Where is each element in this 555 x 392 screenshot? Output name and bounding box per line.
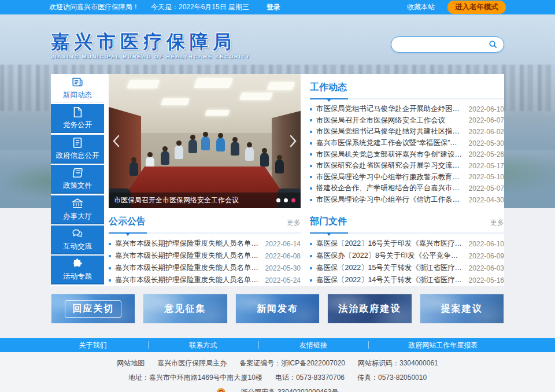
icp-number: 备案证编号：浙ICP备2022007020 <box>239 359 345 367</box>
list-item: 嘉医保〔2022〕16号关于印发《嘉兴市医疗保...2022-06-10 <box>310 238 504 250</box>
department-files-more-link[interactable]: 更多 <box>490 218 504 228</box>
work-news-title: 工作动态 <box>310 82 347 94</box>
file-icon <box>71 106 84 119</box>
search-box[interactable] <box>391 36 504 53</box>
favorite-site-link[interactable]: 收藏本站 <box>407 2 435 12</box>
notices-title: 公示公告 <box>109 216 146 228</box>
list-item: 市医保局机关党总支部获评嘉兴市争创“建设清廉机...2022-05-26 <box>310 149 504 160</box>
section-department-files: 部门文件 更多 嘉医保〔2022〕16号关于印发《嘉兴市医疗保...2022-0… <box>310 208 504 286</box>
section-work-news: 工作动态 市医保局党组书记马俊华赴企开展助企纾困活动2022-06-10 市医保… <box>310 74 504 208</box>
carousel-caption[interactable]: 市医保局召开全市医保网络安全工作会议 <box>114 195 272 205</box>
search-input[interactable] <box>397 40 487 49</box>
phone-text: 电话：0573-83370706 <box>275 373 345 382</box>
footer-info: 网站地图嘉兴市医疗保障局主办备案证编号：浙ICP备2022007020网站标识码… <box>0 352 555 392</box>
sidebar-item-label: 党务公开 <box>63 120 92 130</box>
search-icon[interactable] <box>487 39 498 50</box>
banner-rule-of-law-gov[interactable]: 法治政府建设 <box>327 294 412 324</box>
list-item: 搭建校企合作、产学研相结合的平台嘉兴市长期护理...2022-05-07 <box>310 183 504 194</box>
list-item: 市医保研究会赴省医保研究会开展学习交流活动2022-05-17 <box>310 160 504 172</box>
list-item: 市医保局党组书记马俊华赴结对共建社区指导全国文...2022-06-02 <box>310 126 504 138</box>
sidebar-item-label: 新闻动态 <box>63 90 92 100</box>
footer-nav-annual-report[interactable]: 政府网站工作年度报表 <box>368 341 517 350</box>
today-date: 今天是：2022年6月15日 星期三 <box>151 2 249 12</box>
sidebar-item-special-topics[interactable]: 活动专题 <box>51 256 104 284</box>
footer-nav: 关于我们 联系方式 友情链接 政府网站工作年度报表 <box>0 338 555 352</box>
sidebar-item-interaction[interactable]: 互动交流 <box>51 225 104 254</box>
footer-nav-contact[interactable]: 联系方式 <box>148 341 258 350</box>
topbar: 欢迎访问嘉兴市医疗保障局！ 今天是：2022年6月15日 星期三 登录 收藏本站… <box>0 0 555 14</box>
list-item: 嘉医保〔2022〕15号关于转发《浙江省医疗保...2022-06-03 <box>310 262 504 274</box>
carousel-prev-icon[interactable] <box>112 133 121 149</box>
footer-nav-about[interactable]: 关于我们 <box>38 341 148 350</box>
site-id-number: 网站标识码：3304000061 <box>358 359 438 367</box>
book-icon <box>71 167 84 179</box>
main-content: 新闻动态 党务公开 政府信息公开 政策文件 办事大厅 <box>51 74 504 286</box>
site-header: 嘉兴市医疗保障局 JIAXING MUNICIPAL BUREAU OF HEA… <box>51 14 504 74</box>
bank-icon <box>71 197 84 210</box>
notices-more-link[interactable]: 更多 <box>287 218 301 228</box>
sidebar-item-service-hall[interactable]: 办事大厅 <box>51 195 104 224</box>
sidebar-item-news[interactable]: 新闻动态 <box>51 74 104 103</box>
sidebar-item-label: 互动交流 <box>63 242 92 252</box>
carousel-next-icon[interactable] <box>288 133 298 149</box>
carousel-dot[interactable] <box>276 198 280 202</box>
list-item: 嘉兴市医保系统党建工作会议暨“幸福医保”党建联...2022-05-30 <box>310 138 504 149</box>
site-subtitle: JIAXING MUNICIPAL BUREAU OF HEALTHCARE S… <box>51 53 250 60</box>
quick-link-banners: 回应关切 意见征集 新闻发布 法治政府建设 提案建议 <box>51 294 504 324</box>
host-text: 嘉兴市医疗保障局主办 <box>157 359 227 367</box>
puzzle-icon <box>71 257 84 270</box>
footer-line-2: 地址：嘉兴市中环南路1469号中南大厦10楼电话：0573-83370706传真… <box>0 373 555 383</box>
news-carousel[interactable]: 市医保局召开全市医保网络安全工作会议 <box>109 74 301 208</box>
sidebar-item-label: 活动专题 <box>63 272 92 282</box>
chat-icon <box>71 227 84 240</box>
list-item: 嘉兴市本级长期护理保险重度失能人员名单公示（2...2022-06-08 <box>109 250 301 262</box>
footer-line-3: 浙公网安备 33040202000463号 <box>210 387 345 392</box>
welcome-text: 欢迎访问嘉兴市医疗保障局！ <box>49 2 139 12</box>
banner-opinion-collection[interactable]: 意见征集 <box>143 294 227 324</box>
list-item: 嘉兴市本级长期护理保险重度失能人员名单公示（2...2022-05-24 <box>109 274 301 286</box>
banner-news-release[interactable]: 新闻发布 <box>235 294 320 324</box>
list-item: 嘉兴市本级长期护理保险重度失能人员名单公示（2...2022-06-14 <box>109 238 301 250</box>
elder-mode-button[interactable]: 进入老年模式 <box>447 1 506 14</box>
sitemap-link[interactable]: 网站地图 <box>117 359 145 367</box>
newspaper-icon <box>71 76 84 88</box>
police-record-number: 浙公网安备 33040202000463号 <box>241 387 339 392</box>
department-files-list: 嘉医保〔2022〕16号关于印发《嘉兴市医疗保...2022-06-10 嘉医保… <box>310 238 504 286</box>
list-item: 市医保局理论学习中心组举行《信访工作条例》专题...2022-04-30 <box>310 194 504 206</box>
right-column: 工作动态 市医保局党组书记马俊华赴企开展助企纾困活动2022-06-10 市医保… <box>310 74 504 286</box>
list-item: 嘉兴市本级长期护理保险重度失能人员名单公示（2...2022-05-30 <box>109 262 301 274</box>
sidebar-item-label: 办事大厅 <box>63 212 92 221</box>
police-badge-icon <box>217 388 225 392</box>
list-item: 市医保局理论学习中心组举行廉政警示教育专题学习...2022-05-10 <box>310 172 504 183</box>
footer-nav-links[interactable]: 友情链接 <box>258 341 369 350</box>
banner-respond-concerns[interactable]: 回应关切 <box>51 294 135 324</box>
site-title: 嘉兴市医疗保障局 <box>51 31 250 53</box>
sidebar-item-label: 政府信息公开 <box>56 151 99 161</box>
carousel-dot-active[interactable] <box>291 198 295 202</box>
sidebar-item-policy-files[interactable]: 政策文件 <box>51 165 104 194</box>
department-files-title: 部门文件 <box>310 216 347 228</box>
sidebar-nav: 新闻动态 党务公开 政府信息公开 政策文件 办事大厅 <box>51 74 104 286</box>
carousel-dot[interactable] <box>284 198 288 202</box>
sidebar-item-label: 政策文件 <box>63 181 92 191</box>
list-item: 市医保局党组书记马俊华赴企开展助企纾困活动2022-06-10 <box>310 103 504 115</box>
notices-list: 嘉兴市本级长期护理保险重度失能人员名单公示（2...2022-06-14 嘉兴市… <box>109 238 301 286</box>
login-link[interactable]: 登录 <box>267 2 280 12</box>
list-item: 嘉医保〔2022〕14号关于转发《浙江省医疗保...2022-05-16 <box>310 274 504 286</box>
sidebar-item-party-affairs[interactable]: 党务公开 <box>51 104 104 133</box>
list-item: 市医保局召开全市医保网络安全工作会议2022-06-07 <box>310 115 504 127</box>
center-column: 市医保局召开全市医保网络安全工作会议 公示公告 更多 嘉兴市本级长期护理保险重度… <box>109 74 301 286</box>
section-notices: 公示公告 更多 嘉兴市本级长期护理保险重度失能人员名单公示（2...2022-0… <box>109 208 301 286</box>
carousel-dots <box>276 198 295 202</box>
work-news-list: 市医保局党组书记马俊华赴企开展助企纾困活动2022-06-10 市医保局召开全市… <box>310 103 504 205</box>
address-text: 地址：嘉兴市中环南路1469号中南大厦10楼 <box>128 373 262 382</box>
banner-proposal-suggestions[interactable]: 提案建议 <box>420 294 504 324</box>
sidebar-item-gov-info[interactable]: 政府信息公开 <box>51 135 104 164</box>
site-brand: 嘉兴市医疗保障局 JIAXING MUNICIPAL BUREAU OF HEA… <box>51 29 250 60</box>
list-item: 嘉医保办〔2022〕8号关于印发《公平竞争审查...2022-06-09 <box>310 250 504 262</box>
document-icon <box>71 136 84 149</box>
footer-line-1: 网站地图嘉兴市医疗保障局主办备案证编号：浙ICP备2022007020网站标识码… <box>0 358 555 368</box>
carousel-caption-bar: 市医保局召开全市医保网络安全工作会议 <box>109 193 301 208</box>
fax-text: 传真：0573-82050010 <box>357 373 427 382</box>
